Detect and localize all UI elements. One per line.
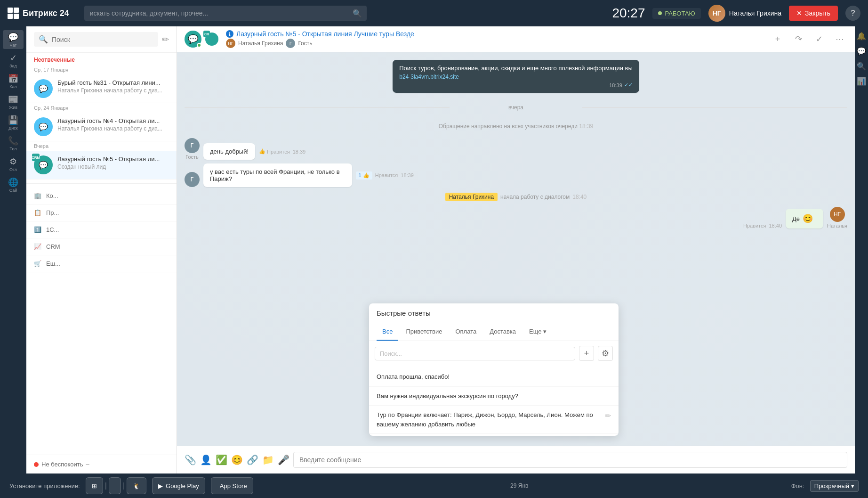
apple-badge[interactable] (109, 477, 121, 494)
qr-tab-all[interactable]: Все (377, 323, 398, 341)
message-bubble-incoming-0: день добрый! (203, 143, 255, 160)
more-attach-icon[interactable]: 📁 (262, 454, 274, 465)
guest-avatar-1: Г (185, 172, 200, 187)
link-icon[interactable]: 🔗 (247, 454, 258, 465)
date-label: 29 Янв (510, 482, 528, 489)
user-profile[interactable]: НГ Наталья Грихина (708, 5, 781, 22)
app-title: Битрикс 24 (23, 8, 69, 18)
chat-header-actions: + ↷ ✓ ⋯ (770, 32, 847, 47)
right-crm-icon[interactable]: 📊 (856, 75, 867, 87)
chat-item-1[interactable]: 💬 Лазурный гость №4 - Открытая ли... Нат… (26, 113, 177, 141)
qr-header: Быстрые ответы (369, 303, 619, 323)
qr-item-edit-icon[interactable]: ✏ (605, 411, 611, 420)
sidebar-item-phone[interactable]: 📞 Тел (3, 134, 24, 153)
close-icon: ✕ (796, 9, 802, 17)
install-label: Установите приложение: (9, 482, 80, 490)
bg-select[interactable]: Прозрачный ▾ (810, 480, 859, 492)
dnd-button[interactable]: Не беспокоить – (34, 461, 89, 468)
participants: НГ Наталья Грихина Г Гость (226, 39, 766, 48)
nav-ko[interactable]: 🏢 Ко... (26, 188, 177, 204)
emoji-input-icon[interactable]: 😊 (231, 454, 243, 465)
message-input[interactable] (293, 452, 847, 468)
app-logo[interactable]: Битрикс 24 (8, 8, 69, 19)
windows-badge[interactable]: ⊞ (86, 477, 103, 494)
chat-item-2[interactable]: CRM 💬 Лазурный гость №5 - Открытая ли...… (26, 151, 177, 180)
notifications-icon[interactable]: 🔔 (856, 30, 867, 41)
right-search-icon[interactable]: 🔍 (856, 60, 867, 72)
qr-tab-more[interactable]: Еще ▾ (523, 323, 552, 341)
qr-item-text-0: Оплата прошла, спасибо! (377, 372, 611, 382)
qr-tab-greeting[interactable]: Приветствие (400, 323, 448, 341)
right-panel: 🔔 💬 🔍 📊 (855, 26, 868, 498)
feed-icon: 📰 (8, 94, 18, 105)
sidebar-item-settings[interactable]: ⚙ Отл (3, 155, 24, 173)
nav-crm[interactable]: 📈 CRM (26, 238, 177, 255)
mention-icon[interactable]: 👤 (200, 454, 212, 465)
qr-item-text-2: Тур по Франции включает: Париж, Дижон, Б… (377, 410, 601, 429)
sidebar-item-tasks[interactable]: ✓ Зад (3, 51, 24, 70)
forward-button[interactable]: ↷ (791, 32, 806, 47)
new-chat-button[interactable]: ✏ (162, 34, 169, 45)
nav-pr[interactable]: 📋 Пр... (26, 204, 177, 221)
qr-tab-payment[interactable]: Оплата (450, 323, 482, 341)
chat-avatar-0: 💬 (34, 79, 53, 98)
task-icon[interactable]: ✅ (216, 454, 227, 465)
sidebar-item-chat[interactable]: 💬 Чат (3, 30, 24, 49)
check-button[interactable]: ✓ (812, 32, 827, 47)
qr-add-button[interactable]: + (579, 346, 594, 361)
qr-items: Оплата прошла, спасибо! Вам нужна индиви… (369, 366, 619, 436)
app-store-badge[interactable]: App Store (211, 477, 253, 494)
qr-search-input[interactable] (375, 347, 575, 360)
audio-icon[interactable]: 🎤 (278, 454, 289, 465)
global-search: 🔍 (84, 6, 367, 21)
sidebar-item-calendar[interactable]: 📅 Кал (3, 72, 24, 90)
participant-name-2: Гость (298, 40, 312, 47)
current-time: 20:27 (612, 6, 645, 21)
add-participant-button[interactable]: + (770, 32, 785, 47)
nav-esh[interactable]: 🛒 Еш... (26, 255, 177, 272)
guest-avatar-0: Г (185, 138, 200, 153)
sidebar-item-feed[interactable]: 📰 Жив (3, 92, 24, 111)
message-0: Поиск туров, бронирование, акции, скидки… (185, 60, 847, 93)
calendar-icon: 📅 (8, 73, 18, 84)
like-button-out[interactable]: Нравится (743, 223, 766, 229)
user-name: Наталья Грихина (729, 9, 781, 17)
app-store-label: App Store (220, 482, 247, 490)
dnd-separator: – (86, 461, 89, 468)
chat-list-footer: Не беспокоить – (26, 455, 177, 474)
chat-item-content-2: Лазурный гость №5 - Открытая ли... Созда… (57, 155, 169, 170)
chat-search-input[interactable] (52, 36, 153, 43)
attach-icon[interactable]: 📎 (185, 454, 196, 465)
qr-item-0[interactable]: Оплата прошла, спасибо! (369, 367, 619, 387)
qr-tabs: Все Приветствие Оплата Доставка Еще ▾ (369, 323, 619, 341)
crm-badge-avatar: CR (205, 33, 218, 46)
google-play-badge[interactable]: ▶ Google Play (152, 477, 205, 494)
qr-tab-delivery[interactable]: Доставка (484, 323, 522, 341)
nav-1c[interactable]: 1️⃣ 1С... (26, 221, 177, 238)
agent-name-tag[interactable]: Наталья Грихина (445, 193, 498, 201)
sidebar-item-sites[interactable]: 🌐 Сай (3, 175, 24, 194)
qr-item-1[interactable]: Вам нужна индивидуальная экскурсия по го… (369, 387, 619, 406)
search-icon: 🔍 (353, 9, 362, 18)
linux-badge[interactable]: 🐧 (127, 477, 146, 494)
help-button[interactable]: ? (845, 6, 860, 21)
global-search-input[interactable] (84, 6, 367, 21)
chat-avatar-1: 💬 (34, 117, 53, 136)
close-button[interactable]: ✕ Закрыть (789, 6, 838, 21)
qr-settings-button[interactable]: ⚙ (598, 346, 613, 361)
qr-item-2[interactable]: Тур по Франции включает: Париж, Дижон, Б… (369, 406, 619, 434)
chat-item-0[interactable]: 💬 Бурый гость №31 - Открытая лини... Нат… (26, 74, 177, 103)
participant-avatar-1: НГ (226, 39, 235, 48)
like-button-0[interactable]: 👍 Нравится (259, 148, 290, 155)
sidebar-item-disk[interactable]: 💾 Диск (3, 113, 24, 132)
chat-header: 💬 CR ℹ Лазурный гость №5 - Открытая лини… (177, 26, 855, 52)
app-badges: ⊞ | | 🐧 (86, 477, 146, 494)
more-options-button[interactable]: ⋯ (832, 32, 847, 47)
work-status[interactable]: РАБОТАЮ (652, 8, 700, 19)
like-button-1[interactable]: Нравится (375, 172, 398, 178)
date-jan24: Ср, 24 Января (26, 103, 177, 113)
natalia-avatar: НГ (830, 207, 845, 222)
message-link-0[interactable]: b24-3la4vm.bitrix24.site (399, 73, 633, 80)
chat-list-header: 🔍 ✏ (26, 26, 177, 53)
right-chat-icon[interactable]: 💬 (856, 45, 867, 57)
